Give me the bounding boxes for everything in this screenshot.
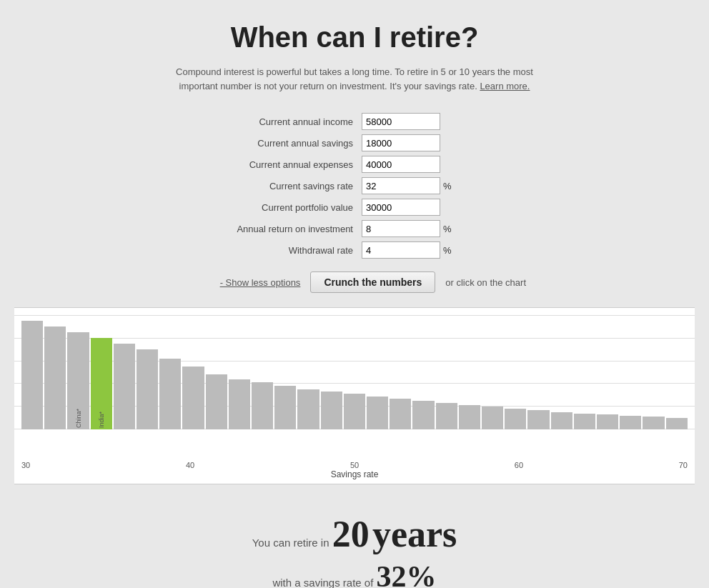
chart-bars[interactable]: China*India* xyxy=(14,315,695,429)
chart-bar[interactable] xyxy=(44,327,66,429)
expenses-label: Current annual expenses xyxy=(183,159,362,170)
bar-wrap[interactable] xyxy=(159,315,181,429)
chart-section: China*India* 3040506070 Savings rate xyxy=(14,307,695,484)
x-tick: 40 xyxy=(186,461,194,469)
chart-bar[interactable] xyxy=(182,367,204,429)
chart-bar[interactable] xyxy=(527,410,549,429)
withdrawal-pct: % xyxy=(443,245,452,256)
bar-wrap[interactable] xyxy=(21,315,43,429)
chart-inner: China*India* xyxy=(14,315,695,458)
page-title: When can I retire? xyxy=(14,21,695,54)
x-tick: 50 xyxy=(350,461,359,469)
chart-bar[interactable] xyxy=(505,409,526,429)
chart-bar[interactable] xyxy=(274,386,296,429)
portfolio-input[interactable] xyxy=(362,199,440,216)
income-label: Current annual income xyxy=(183,116,362,127)
bar-wrap[interactable] xyxy=(297,315,319,429)
chart-bar[interactable] xyxy=(114,344,135,429)
chart-bar[interactable] xyxy=(159,359,181,429)
bar-wrap[interactable]: China* xyxy=(67,315,89,429)
chart-bar[interactable] xyxy=(321,392,342,429)
x-axis: 3040506070 xyxy=(14,458,695,469)
retire-prefix: You can retire in xyxy=(252,537,329,549)
or-click-label: or click on the chart xyxy=(445,277,526,288)
calculator-form: Current annual income Current annual sav… xyxy=(14,113,695,293)
chart-bar[interactable]: China* xyxy=(67,332,89,429)
bar-wrap[interactable] xyxy=(597,315,618,429)
bar-wrap[interactable] xyxy=(182,315,204,429)
bar-wrap[interactable] xyxy=(229,315,250,429)
bar-wrap[interactable] xyxy=(252,315,273,429)
retire-years-label: years xyxy=(372,514,457,554)
chart-bar[interactable] xyxy=(666,418,688,429)
bar-wrap[interactable] xyxy=(137,315,158,429)
chart-bar[interactable] xyxy=(412,401,434,429)
bar-wrap[interactable] xyxy=(114,315,135,429)
chart-bar[interactable] xyxy=(551,412,572,429)
savings-label: Current annual savings xyxy=(183,138,362,149)
bar-wrap[interactable] xyxy=(344,315,365,429)
bar-wrap[interactable] xyxy=(666,315,688,429)
chart-bar[interactable] xyxy=(643,417,664,429)
withdrawal-label: Withdrawal rate xyxy=(183,245,362,256)
bar-wrap[interactable] xyxy=(412,315,434,429)
savings-rate-result-value: 32% xyxy=(377,560,437,588)
bar-label: India* xyxy=(98,412,105,428)
savings-rate-label: Current savings rate xyxy=(183,181,362,191)
income-row: Current annual income xyxy=(183,113,526,130)
bar-wrap[interactable] xyxy=(44,315,66,429)
roi-pct: % xyxy=(443,224,452,234)
bar-wrap[interactable] xyxy=(274,315,296,429)
chart-bar[interactable] xyxy=(436,403,457,429)
chart-bar[interactable] xyxy=(367,397,388,429)
savings-input[interactable] xyxy=(362,134,440,151)
chart-bar[interactable] xyxy=(297,389,319,429)
chart-bar[interactable] xyxy=(229,379,250,429)
bar-wrap[interactable] xyxy=(620,315,641,429)
withdrawal-input[interactable] xyxy=(362,241,440,259)
savings-rate-pct: % xyxy=(443,181,452,191)
crunch-button[interactable]: Crunch the numbers xyxy=(310,271,435,293)
bar-wrap[interactable] xyxy=(482,315,503,429)
chart-bar[interactable] xyxy=(252,382,273,429)
expenses-row: Current annual expenses xyxy=(183,156,526,173)
chart-bar[interactable] xyxy=(459,405,480,429)
bar-wrap[interactable] xyxy=(574,315,595,429)
subtitle-text: Compound interest is powerful but takes … xyxy=(162,65,547,93)
chart-bar[interactable] xyxy=(574,414,595,429)
chart-bar[interactable] xyxy=(21,321,43,429)
bar-wrap[interactable] xyxy=(206,315,227,429)
show-less-button[interactable]: - Show less options xyxy=(220,277,301,288)
bar-wrap[interactable] xyxy=(367,315,388,429)
chart-bar[interactable] xyxy=(620,416,641,429)
bar-wrap[interactable] xyxy=(551,315,572,429)
roi-label: Annual return on investment xyxy=(183,224,362,234)
bar-wrap[interactable] xyxy=(643,315,664,429)
income-input[interactable] xyxy=(362,113,440,130)
savings-rate-result-text: with a savings rate of 32% xyxy=(14,559,695,588)
retire-years: 20 xyxy=(332,514,370,554)
chart-bar[interactable] xyxy=(206,374,227,429)
chart-bar[interactable] xyxy=(390,399,411,429)
bar-wrap[interactable] xyxy=(459,315,480,429)
bar-wrap[interactable]: India* xyxy=(91,315,112,429)
bar-wrap[interactable] xyxy=(505,315,526,429)
learn-more-link[interactable]: Learn more. xyxy=(480,81,530,91)
retire-text: You can retire in 20 years xyxy=(14,513,695,555)
chart-bar[interactable]: India* xyxy=(91,338,112,429)
x-tick: 30 xyxy=(21,461,30,469)
bar-wrap[interactable] xyxy=(436,315,457,429)
chart-bar[interactable] xyxy=(344,394,365,429)
chart-bar[interactable] xyxy=(597,414,618,429)
bar-wrap[interactable] xyxy=(390,315,411,429)
chart-bar[interactable] xyxy=(482,407,503,429)
x-tick: 70 xyxy=(679,461,688,469)
roi-input[interactable] xyxy=(362,220,440,237)
bar-label: China* xyxy=(75,409,82,428)
chart-bar[interactable] xyxy=(137,349,158,429)
bar-wrap[interactable] xyxy=(527,315,549,429)
savings-rate-input[interactable] xyxy=(362,177,440,194)
savings-rate-row: Current savings rate % xyxy=(183,177,526,194)
expenses-input[interactable] xyxy=(362,156,440,173)
bar-wrap[interactable] xyxy=(321,315,342,429)
